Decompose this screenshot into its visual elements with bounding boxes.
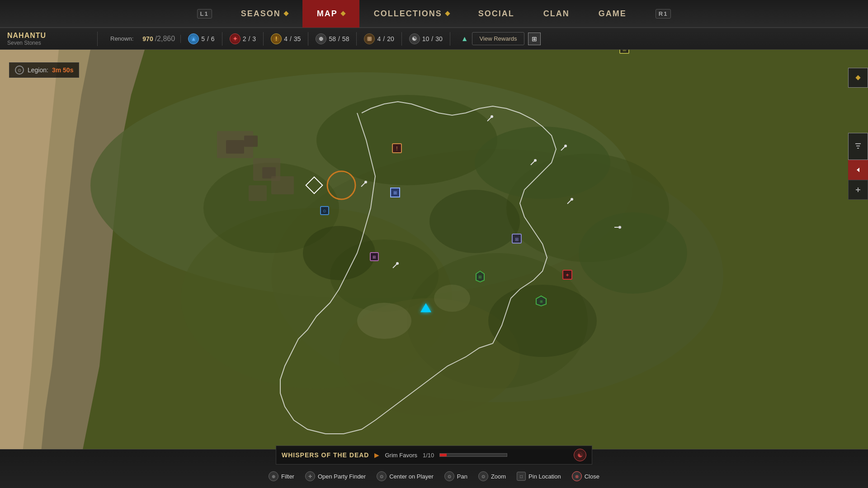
- svg-text:⊞: ⊞: [373, 255, 376, 259]
- shrines-current: 4: [377, 35, 381, 42]
- cellar-marker-1[interactable]: ⊞: [511, 233, 523, 246]
- svg-point-25: [491, 115, 493, 118]
- svg-point-31: [364, 181, 367, 183]
- svg-point-20: [429, 190, 520, 253]
- altar-icon: ☯: [409, 33, 420, 44]
- l1-badge: L1: [197, 9, 212, 19]
- pan-label: Pan: [457, 473, 467, 480]
- pin-marker-3[interactable]: [528, 158, 538, 169]
- cyan-player-marker: [420, 303, 431, 314]
- waypoint-marker-2[interactable]: ⊞: [535, 295, 547, 309]
- filter-button-icon[interactable]: ⊕: [269, 471, 278, 481]
- nav-game[interactable]: GAME: [584, 0, 641, 28]
- party-finder-button-icon[interactable]: ✛: [305, 471, 315, 481]
- svg-point-17: [579, 212, 687, 294]
- top-navigation: L1 SEASON MAP COLLECTIONS SOCIAL CLAN GA…: [0, 0, 868, 28]
- pin-marker-2[interactable]: [559, 144, 568, 155]
- pin-marker-1[interactable]: [485, 114, 494, 125]
- quest-bar: WHISPERS OF THE DEAD ▶ Grim Favors 1/10 …: [276, 446, 592, 465]
- pin-marker-5[interactable]: [391, 261, 400, 272]
- party-finder-control: ✛ Open Party Finder: [305, 471, 366, 481]
- close-control: ⊗ Close: [572, 471, 599, 481]
- nav-l1[interactable]: L1: [183, 0, 226, 28]
- map-diamond-icon: [340, 11, 345, 16]
- locations-current: 4: [284, 35, 288, 42]
- map-add-button[interactable]: [848, 180, 868, 200]
- shrines-max: 20: [387, 35, 394, 42]
- cellar-icon: ⊕: [316, 33, 326, 44]
- shrine-icon: ⊞: [364, 33, 375, 44]
- locations-max: 35: [294, 35, 301, 42]
- party-finder-label: Open Party Finder: [318, 473, 366, 480]
- season-label: SEASON: [241, 9, 281, 19]
- svg-text:!: !: [396, 145, 397, 152]
- svg-marker-58: [857, 168, 859, 172]
- nav-social[interactable]: SOCIAL: [464, 0, 529, 28]
- quest-icon: ☯: [574, 449, 586, 461]
- bottom-controls: ⊕ Filter ✛ Open Party Finder ⊙ Center on…: [269, 468, 599, 484]
- svg-text:⊞: ⊞: [478, 275, 482, 279]
- renown-stats: ▲ 5/6 ✦ 2/3 ! 4/35 ⊕ 58/58 ⊞ 4/20 ☯ 10/3…: [181, 32, 458, 46]
- view-rewards-button[interactable]: View Rewards: [472, 32, 525, 45]
- pan-button-icon[interactable]: ⊙: [444, 471, 454, 481]
- svg-rect-15: [249, 185, 267, 201]
- svg-point-36: [618, 226, 621, 229]
- legion-timer-icon: ⊙: [15, 66, 24, 75]
- zoom-button-icon[interactable]: ⊙: [478, 471, 488, 481]
- center-on-player-button-icon[interactable]: ⊙: [377, 471, 387, 481]
- pin-location-button-icon[interactable]: □: [517, 472, 526, 481]
- center-on-player-label: Center on Player: [389, 473, 434, 480]
- triangle-icon: ▲: [461, 35, 468, 43]
- r1-badge: R1: [656, 9, 671, 19]
- map-area: ⊙ Legion: 3m 50s: [0, 50, 868, 488]
- center-on-player-control: ⊙ Center on Player: [377, 471, 434, 481]
- legion-label: Legion:: [28, 66, 48, 74]
- nav-collections[interactable]: COLLECTIONS: [359, 0, 464, 28]
- stat-divider-5: [401, 32, 402, 46]
- location-sublocation: Seven Stones: [7, 40, 90, 46]
- player-position-marker: [308, 179, 321, 192]
- chest-icon: ⊞: [528, 33, 541, 45]
- svg-text:✦: ✦: [565, 272, 570, 278]
- pin-marker-4[interactable]: [359, 180, 368, 191]
- stat-divider-2: [263, 32, 264, 46]
- nav-map[interactable]: MAP: [302, 0, 359, 28]
- map-canvas[interactable]: ⊙ Legion: 3m 50s: [0, 50, 868, 488]
- map-diamond-button[interactable]: [848, 68, 868, 88]
- map-nav-left-button[interactable]: [848, 160, 868, 180]
- stat-divider-3: [308, 32, 308, 46]
- map-background: [0, 50, 868, 488]
- nav-season[interactable]: SEASON: [226, 0, 302, 28]
- stat-divider-4: [356, 32, 357, 46]
- altars-max: 30: [435, 35, 443, 42]
- waypoints-current: 5: [201, 35, 205, 42]
- nav-clan[interactable]: CLAN: [529, 0, 584, 28]
- renown-current: 970: [142, 35, 153, 42]
- close-button-icon[interactable]: ⊗: [572, 471, 582, 481]
- legion-time: 3m 50s: [52, 66, 73, 74]
- cellars-current: 58: [329, 35, 336, 42]
- waypoint-icon: ▲: [188, 33, 199, 44]
- npc-marker-1[interactable]: ⊙: [319, 205, 330, 218]
- stat-shrines: ⊞ 4/20: [364, 33, 394, 44]
- pin-marker-7[interactable]: [614, 223, 622, 231]
- player-diamond-icon: [305, 176, 323, 194]
- dungeons-max: 3: [252, 35, 256, 42]
- cellars-max: 58: [342, 35, 349, 42]
- boss-marker-1[interactable]: ✦: [561, 268, 574, 283]
- waypoint-marker-1[interactable]: ⊞: [390, 188, 400, 197]
- svg-text:⊞: ⊞: [623, 50, 626, 52]
- social-label: SOCIAL: [478, 9, 514, 19]
- pin-marker-6[interactable]: [565, 197, 574, 208]
- map-filter-button[interactable]: [848, 133, 868, 160]
- shrine-marker-1[interactable]: ⊞: [475, 270, 485, 285]
- svg-point-16: [475, 127, 610, 199]
- event-marker-1[interactable]: !: [391, 142, 403, 156]
- dungeon-marker-1[interactable]: ⊞: [369, 251, 380, 264]
- structure-marker-1[interactable]: ⊞: [618, 50, 631, 57]
- svg-text:⊙: ⊙: [323, 209, 326, 213]
- stat-locations: ! 4/35: [271, 33, 301, 44]
- quest-progress: 1/10: [423, 452, 434, 459]
- nav-r1[interactable]: R1: [641, 0, 686, 28]
- location-name: NAHANTU: [7, 32, 90, 40]
